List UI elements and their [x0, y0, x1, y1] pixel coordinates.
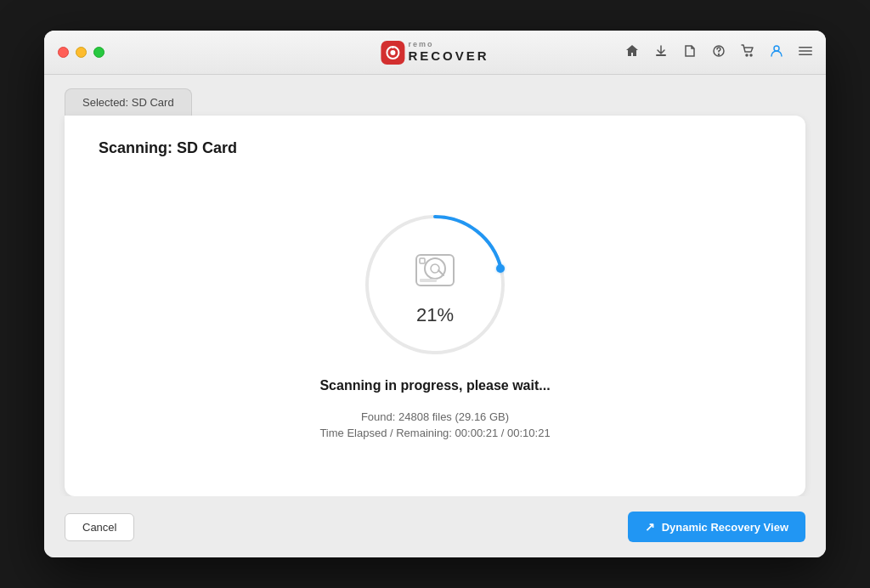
- content-area: Selected: SD Card Scanning: SD Card: [44, 75, 826, 496]
- svg-rect-11: [799, 54, 812, 55]
- expand-icon: ↗: [645, 520, 655, 534]
- circle-inner: 21%: [359, 208, 511, 361]
- main-panel: Scanning: SD Card: [65, 116, 805, 496]
- progress-circle: 21%: [359, 208, 511, 361]
- svg-point-14: [431, 264, 439, 273]
- cart-icon[interactable]: [741, 44, 754, 61]
- selected-tab[interactable]: Selected: SD Card: [65, 88, 192, 116]
- menu-icon[interactable]: [799, 44, 812, 61]
- time-elapsed-text: Time Elapsed / Remaining: 00:00:21 / 00:…: [319, 427, 550, 439]
- svg-rect-17: [420, 279, 437, 282]
- svg-point-1: [390, 50, 395, 55]
- scan-progress-area: 21% Scanning in progress, please wait...…: [99, 174, 771, 472]
- found-files-text: Found: 24808 files (29.16 GB): [361, 410, 509, 423]
- home-icon[interactable]: [625, 44, 639, 61]
- cancel-button[interactable]: Cancel: [65, 513, 134, 541]
- hdd-icon: [408, 243, 462, 297]
- help-icon[interactable]: [712, 44, 726, 61]
- svg-point-7: [750, 54, 752, 56]
- scan-details: Found: 24808 files (29.16 GB) Time Elaps…: [319, 410, 550, 439]
- svg-point-6: [746, 54, 748, 56]
- percent-text: 21%: [416, 304, 454, 326]
- svg-point-13: [425, 258, 445, 279]
- svg-rect-16: [420, 258, 425, 263]
- svg-rect-3: [656, 54, 666, 56]
- traffic-lights: [58, 47, 105, 58]
- app-name-recover: RECOVER: [408, 49, 489, 64]
- minimize-button[interactable]: [76, 47, 87, 58]
- titlebar-actions: [625, 44, 812, 61]
- scan-title: Scanning: SD Card: [99, 139, 771, 157]
- file-icon[interactable]: [683, 44, 697, 61]
- tab-bar: Selected: SD Card: [65, 88, 805, 116]
- app-window: remo RECOVER: [44, 31, 826, 557]
- close-button[interactable]: [58, 47, 69, 58]
- dynamic-recovery-button[interactable]: ↗ Dynamic Recovery View: [628, 512, 805, 542]
- logo-icon: [385, 45, 400, 60]
- svg-line-15: [438, 270, 443, 275]
- svg-rect-10: [799, 50, 812, 52]
- scan-status-text: Scanning in progress, please wait...: [319, 378, 550, 393]
- svg-point-8: [774, 46, 779, 51]
- download-icon[interactable]: [654, 44, 668, 61]
- titlebar: remo RECOVER: [44, 31, 826, 75]
- maximize-button[interactable]: [93, 47, 105, 58]
- svg-rect-9: [799, 47, 812, 48]
- user-icon[interactable]: [770, 44, 783, 61]
- app-logo: remo RECOVER: [381, 41, 489, 65]
- svg-point-5: [719, 54, 720, 54]
- dynamic-recovery-label: Dynamic Recovery View: [662, 521, 788, 534]
- app-logo-title: remo RECOVER: [381, 41, 489, 65]
- footer: Cancel ↗ Dynamic Recovery View: [44, 496, 826, 557]
